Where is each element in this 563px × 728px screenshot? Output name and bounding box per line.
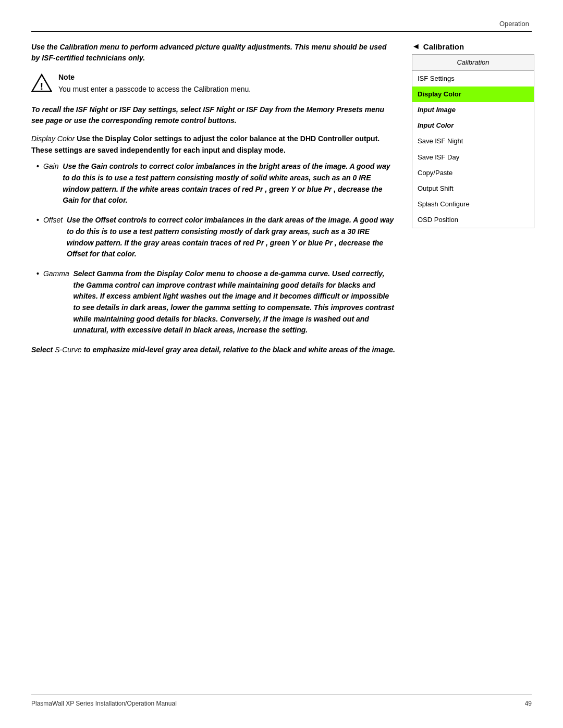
note-text: You must enter a passcode to access the … xyxy=(58,85,251,93)
scurve-select-prefix: Select xyxy=(31,346,53,354)
section-label: Operation xyxy=(499,20,529,28)
footer-left: PlasmaWall XP Series Installation/Operat… xyxy=(31,700,177,707)
scurve-paragraph: Select S-Curve to emphasize mid-level gr… xyxy=(31,344,396,356)
display-color-label: Display Color xyxy=(31,134,75,143)
note-label: Note xyxy=(58,72,251,83)
note-content: Note You must enter a passcode to access… xyxy=(58,72,251,95)
sidebar: ◄ Calibration CalibrationISF SettingsDis… xyxy=(412,42,534,228)
sidebar-back[interactable]: ◄ Calibration xyxy=(412,42,534,51)
sidebar-menu-item[interactable]: Splash Configure xyxy=(412,196,534,212)
sidebar-menu-item[interactable]: Input Image xyxy=(412,102,534,118)
scurve-text: to emphasize mid-level gray area detail,… xyxy=(83,346,395,354)
sidebar-menu-item[interactable]: Input Color xyxy=(412,118,534,133)
sidebar-back-label: Calibration xyxy=(423,42,464,51)
back-arrow-icon: ◄ xyxy=(412,42,420,51)
display-color-text: Use the Display Color settings to adjust… xyxy=(31,134,380,154)
display-color-section: Display Color Use the Display Color sett… xyxy=(31,133,396,156)
bullet-item: Offset Use the Offset controls to correc… xyxy=(36,215,396,260)
sidebar-menu-item[interactable]: OSD Position xyxy=(412,212,534,228)
warning-triangle-icon: ! xyxy=(31,73,52,94)
svg-text:!: ! xyxy=(40,81,43,92)
sidebar-menu-item[interactable]: Output Shift xyxy=(412,181,534,196)
scurve-term-text: S-Curve xyxy=(55,346,81,354)
intro-paragraph: Use the Calibration menu to perform adva… xyxy=(31,42,396,64)
sidebar-menu-item[interactable]: Save ISF Night xyxy=(412,133,534,149)
sidebar-menu: CalibrationISF SettingsDisplay ColorInpu… xyxy=(412,54,534,228)
sidebar-menu-item[interactable]: ISF Settings xyxy=(412,71,534,87)
note-box: ! Note You must enter a passcode to acce… xyxy=(31,72,396,95)
sidebar-menu-item[interactable]: Save ISF Day xyxy=(412,150,534,165)
footer: PlasmaWall XP Series Installation/Operat… xyxy=(31,694,532,707)
bullet-item: Gain Use the Gain controls to correct co… xyxy=(36,161,396,206)
bullet-list: Gain Use the Gain controls to correct co… xyxy=(31,161,396,336)
sidebar-menu-item[interactable]: Copy/Paste xyxy=(412,165,534,181)
footer-page: 49 xyxy=(525,700,532,707)
header-divider xyxy=(31,31,532,32)
bullet-item: Gamma Select Gamma from the Display Colo… xyxy=(36,268,396,336)
recall-paragraph: To recall the ISF Night or ISF Day setti… xyxy=(31,104,396,126)
sidebar-menu-item: Calibration xyxy=(412,55,534,71)
sidebar-menu-item[interactable]: Display Color xyxy=(412,87,534,102)
main-content: Use the Calibration menu to perform adva… xyxy=(31,42,396,686)
